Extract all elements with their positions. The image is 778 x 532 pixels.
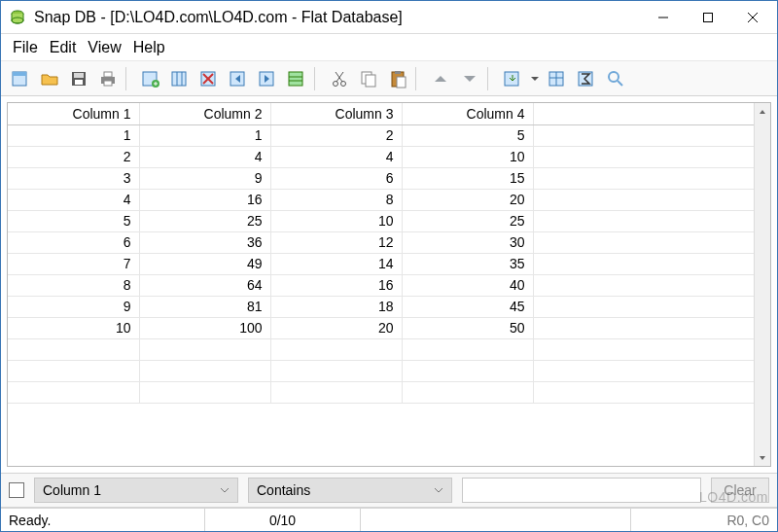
cell[interactable]: 40: [402, 274, 533, 296]
cell[interactable]: 5: [402, 124, 533, 146]
delete-column-button[interactable]: [195, 65, 223, 92]
table-row[interactable]: 6361230: [8, 231, 770, 253]
cell[interactable]: 5: [8, 210, 139, 231]
search-button[interactable]: [602, 65, 629, 92]
cell[interactable]: 9: [139, 167, 270, 189]
move-up-button[interactable]: [427, 65, 454, 92]
cell[interactable]: 4: [270, 146, 402, 167]
cell[interactable]: [533, 146, 770, 167]
table-row[interactable]: 24410: [8, 146, 770, 167]
table-row[interactable]: 8641640: [8, 274, 770, 296]
cell[interactable]: [402, 381, 533, 403]
cell[interactable]: [533, 274, 770, 296]
scroll-down-icon[interactable]: [755, 449, 771, 466]
cell[interactable]: 25: [402, 210, 533, 231]
column-header[interactable]: Column 2: [139, 103, 270, 124]
cell[interactable]: 25: [139, 210, 270, 231]
export-menu-button[interactable]: [528, 65, 542, 92]
move-down-button[interactable]: [456, 65, 483, 92]
menu-view[interactable]: View: [82, 37, 126, 58]
cell[interactable]: [533, 124, 770, 146]
cell[interactable]: 81: [139, 296, 270, 317]
cell[interactable]: 18: [270, 296, 402, 317]
filter-clear-button[interactable]: Clear: [711, 478, 769, 503]
cell[interactable]: [533, 317, 770, 338]
cell[interactable]: 7: [8, 253, 139, 274]
cell[interactable]: 15: [402, 167, 533, 189]
cell[interactable]: 4: [8, 189, 139, 210]
cell[interactable]: 8: [270, 189, 402, 210]
cell[interactable]: 2: [8, 146, 139, 167]
cell[interactable]: [270, 360, 402, 381]
table-row[interactable]: 9811845: [8, 296, 770, 317]
cell[interactable]: [533, 338, 770, 360]
maximize-button[interactable]: [686, 3, 730, 32]
open-button[interactable]: [36, 65, 63, 92]
cell[interactable]: 16: [139, 189, 270, 210]
sum-button[interactable]: [573, 65, 600, 92]
move-left-button[interactable]: [225, 65, 252, 92]
cell[interactable]: [533, 296, 770, 317]
data-grid[interactable]: Column 1 Column 2 Column 3 Column 4 1125…: [7, 102, 771, 467]
add-column-button[interactable]: [137, 65, 164, 92]
cell[interactable]: 10: [270, 210, 402, 231]
cell[interactable]: [8, 338, 139, 360]
scroll-up-icon[interactable]: [755, 103, 771, 120]
cell[interactable]: 35: [402, 253, 533, 274]
cell[interactable]: 30: [402, 231, 533, 253]
cell[interactable]: 1: [8, 124, 139, 146]
filter-enable-checkbox[interactable]: [9, 482, 24, 498]
paste-button[interactable]: [384, 65, 411, 92]
cell[interactable]: 6: [270, 167, 402, 189]
cell[interactable]: [139, 381, 270, 403]
close-button[interactable]: [730, 3, 775, 32]
cell[interactable]: [533, 360, 770, 381]
save-button[interactable]: [65, 65, 92, 92]
column-header[interactable]: Column 4: [402, 103, 533, 124]
new-db-button[interactable]: [7, 65, 34, 92]
filter-column-select[interactable]: Column 1: [34, 478, 238, 503]
cell[interactable]: [533, 381, 770, 403]
cell[interactable]: 20: [402, 189, 533, 210]
column-header[interactable]: Column 1: [8, 103, 139, 124]
table-row[interactable]: [8, 381, 770, 403]
copy-button[interactable]: [355, 65, 382, 92]
table-row[interactable]: 1125: [8, 124, 770, 146]
insert-row-button[interactable]: [283, 65, 310, 92]
cell[interactable]: 12: [270, 231, 402, 253]
cell[interactable]: [139, 360, 270, 381]
cell[interactable]: 8: [8, 274, 139, 296]
cell[interactable]: 50: [402, 317, 533, 338]
filter-value-input[interactable]: [462, 478, 701, 503]
minimize-button[interactable]: [641, 3, 686, 32]
vertical-scrollbar[interactable]: [754, 103, 770, 466]
cell[interactable]: [270, 381, 402, 403]
cell[interactable]: 6: [8, 231, 139, 253]
cell[interactable]: 16: [270, 274, 402, 296]
cell[interactable]: 100: [139, 317, 270, 338]
column-header[interactable]: Column 3: [270, 103, 402, 124]
table-row[interactable]: 7491435: [8, 253, 770, 274]
filter-operator-select[interactable]: Contains: [248, 478, 452, 503]
cell[interactable]: [402, 360, 533, 381]
cell[interactable]: [8, 381, 139, 403]
cell[interactable]: 64: [139, 274, 270, 296]
cell[interactable]: 10: [402, 146, 533, 167]
menu-file[interactable]: File: [7, 37, 44, 58]
menu-help[interactable]: Help: [127, 37, 171, 58]
table-row[interactable]: [8, 338, 770, 360]
cell[interactable]: 45: [402, 296, 533, 317]
move-right-button[interactable]: [254, 65, 281, 92]
cell[interactable]: [533, 231, 770, 253]
cell[interactable]: 10: [8, 317, 139, 338]
cell[interactable]: 36: [139, 231, 270, 253]
cell[interactable]: [533, 189, 770, 210]
cell[interactable]: [270, 338, 402, 360]
cell[interactable]: [139, 338, 270, 360]
cut-button[interactable]: [326, 65, 353, 92]
table-row[interactable]: 5251025: [8, 210, 770, 231]
table-row[interactable]: 39615: [8, 167, 770, 189]
menu-edit[interactable]: Edit: [44, 37, 83, 58]
table-row[interactable]: 101002050: [8, 317, 770, 338]
print-button[interactable]: [94, 65, 122, 92]
